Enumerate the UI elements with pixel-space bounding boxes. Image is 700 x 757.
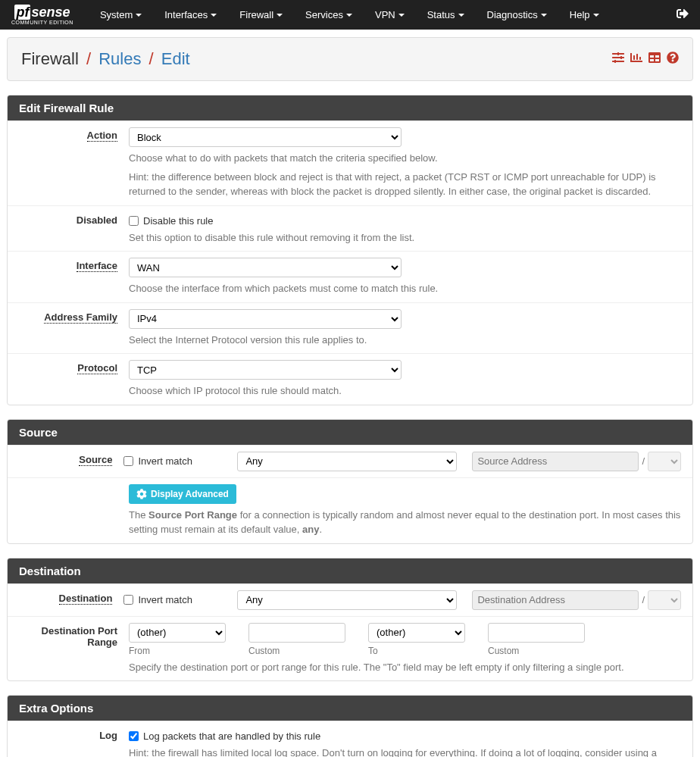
action-hint: Hint: the difference between block and r… <box>129 170 681 199</box>
logo[interactable]: pfsense COMMUNITY EDITION <box>11 5 73 25</box>
action-select[interactable]: Block <box>129 127 402 147</box>
nav-menu: System Interfaces Firewall Services VPN … <box>89 2 611 28</box>
interface-help: Choose the interface from which packets … <box>129 281 681 296</box>
source-address-input <box>472 452 639 471</box>
dest-invert-checkbox[interactable] <box>123 595 133 605</box>
edit-rule-panel: Edit Firewall Rule Action Block Choose w… <box>7 95 693 405</box>
panel-header-destination: Destination <box>8 558 692 583</box>
label-addrfam: Address Family <box>44 311 117 324</box>
dest-port-to-custom[interactable] <box>488 623 585 643</box>
label-disabled: Disabled <box>19 212 129 246</box>
label-source: Source <box>79 454 112 466</box>
protocol-select[interactable]: TCP <box>129 360 402 380</box>
source-panel: Source Source Invert match Any / <box>7 419 693 544</box>
destination-panel: Destination Destination Invert match Any… <box>7 558 693 682</box>
label-interface: Interface <box>77 260 117 272</box>
breadcrumb: Firewall / Rules / Edit <box>21 49 190 69</box>
source-invert-checkbox[interactable] <box>123 456 133 466</box>
dest-mask-select <box>648 590 681 610</box>
dest-port-from-custom[interactable] <box>248 623 345 643</box>
nav-firewall[interactable]: Firewall <box>228 2 294 28</box>
source-type-select[interactable]: Any <box>237 452 457 471</box>
breadcrumb-current: Edit <box>161 49 190 68</box>
log-hint: Hint: the firewall has limited local log… <box>129 746 681 757</box>
dest-port-to-select[interactable]: (other) <box>368 623 465 643</box>
nav-status[interactable]: Status <box>416 2 476 28</box>
list-icon[interactable] <box>648 52 661 67</box>
dest-port-from-select[interactable]: (other) <box>129 623 226 643</box>
dest-type-select[interactable]: Any <box>237 590 457 610</box>
label-destination: Destination <box>59 593 113 605</box>
breadcrumb-panel: Firewall / Rules / Edit <box>7 37 693 81</box>
source-help: The Source Port Range for a connection i… <box>129 508 681 537</box>
chart-icon[interactable] <box>630 52 642 67</box>
protocol-help: Choose which IP protocol this rule shoul… <box>129 383 681 399</box>
panel-header-source: Source <box>8 420 692 445</box>
logout-icon[interactable] <box>677 8 689 22</box>
nav-system[interactable]: System <box>89 2 153 28</box>
interface-select[interactable]: WAN <box>129 258 402 277</box>
top-navbar: pfsense COMMUNITY EDITION System Interfa… <box>0 0 700 30</box>
sliders-icon[interactable] <box>612 52 624 67</box>
disabled-checkbox[interactable] <box>129 216 139 226</box>
cog-icon <box>136 489 147 499</box>
breadcrumb-root[interactable]: Firewall <box>21 49 79 68</box>
nav-help[interactable]: Help <box>558 2 611 28</box>
dest-port-help: Specify the destination port or port ran… <box>129 660 681 675</box>
panel-header-extra: Extra Options <box>8 696 692 721</box>
nav-services[interactable]: Services <box>294 2 364 28</box>
addrfam-help: Select the Internet Protocol version thi… <box>129 333 681 348</box>
extra-options-panel: Extra Options Log Log packets that are h… <box>7 695 693 757</box>
help-icon[interactable] <box>667 52 679 67</box>
panel-header-edit: Edit Firewall Rule <box>8 95 692 120</box>
disabled-help: Set this option to disable this rule wit… <box>129 230 681 246</box>
log-checkbox[interactable] <box>129 731 139 741</box>
nav-vpn[interactable]: VPN <box>364 2 416 28</box>
nav-interfaces[interactable]: Interfaces <box>153 2 228 28</box>
nav-diagnostics[interactable]: Diagnostics <box>476 2 558 28</box>
source-display-advanced-button[interactable]: Display Advanced <box>129 484 236 504</box>
address-family-select[interactable]: IPv4 <box>129 309 402 329</box>
label-log: Log <box>19 727 129 757</box>
source-mask-select <box>648 452 681 471</box>
label-protocol: Protocol <box>77 362 117 374</box>
breadcrumb-rules[interactable]: Rules <box>98 49 141 68</box>
label-action: Action <box>87 130 117 142</box>
action-help: Choose what to do with packets that matc… <box>129 151 681 166</box>
label-dest-port-range: Destination Port Range <box>19 623 129 675</box>
dest-address-input <box>472 590 639 610</box>
